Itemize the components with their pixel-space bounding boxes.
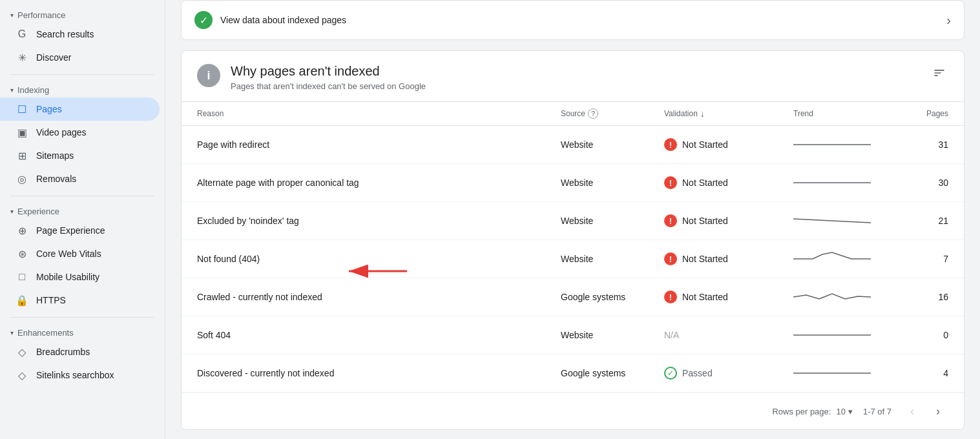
card-title: Why pages aren't indexed: [231, 64, 426, 79]
check-icon: ✓: [664, 367, 677, 380]
why-not-indexed-card: i Why pages aren't indexed Pages that ar…: [181, 50, 964, 430]
video-pages-icon: ▣: [16, 126, 28, 139]
pages-cell: 4: [897, 368, 948, 378]
chevron-icon-3: ▾: [10, 208, 14, 215]
reason-cell: Alternate page with proper canonical tag: [197, 178, 561, 188]
pagination-row: Rows per page: 10 ▾ 1-7 of 7 ‹ ›: [182, 393, 964, 429]
table-header: Reason Source ? Validation ↓ Trend Pages: [182, 102, 964, 126]
enhancements-section-header[interactable]: ▾ Enhancements: [0, 323, 165, 340]
table-row-wrapper: Not found (404)Website ! Not Started 7: [182, 240, 964, 278]
sidebar-item-search-results[interactable]: G Search results: [0, 23, 160, 46]
sidebar-item-sitelinks-searchbox[interactable]: ◇ Sitelinks searchbox: [0, 363, 160, 387]
source-cell: Google systems: [561, 368, 664, 378]
search-results-label: Search results: [36, 29, 94, 39]
reason-cell: Page with redirect: [197, 139, 561, 150]
divider-3: [10, 317, 154, 318]
card-subtitle: Pages that aren't indexed can't be serve…: [231, 81, 426, 91]
pages-cell: 21: [897, 216, 948, 226]
breadcrumbs-icon: ◇: [16, 345, 28, 358]
filter-icon[interactable]: [930, 64, 948, 85]
table-row[interactable]: Crawled - currently not indexedGoogle sy…: [182, 278, 964, 316]
mobile-usability-label: Mobile Usability: [36, 272, 99, 282]
trend-cell: [793, 325, 897, 345]
table-row[interactable]: Not found (404)Website ! Not Started 7: [182, 240, 964, 278]
validation-cell: ! Not Started: [664, 176, 793, 189]
pages-cell: 31: [897, 139, 948, 150]
source-cell: Website: [561, 330, 664, 340]
sort-icon: ↓: [700, 108, 705, 119]
sitelinks-searchbox-label: Sitelinks searchbox: [36, 370, 114, 380]
page-experience-icon: ⊕: [16, 224, 28, 237]
warning-icon: !: [664, 291, 677, 303]
sidebar-item-mobile-usability[interactable]: □ Mobile Usability: [0, 265, 160, 289]
pages-cell: 16: [897, 292, 948, 302]
reason-cell: Crawled - currently not indexed: [197, 292, 561, 302]
table-row-wrapper: Excluded by 'noindex' tagWebsite ! Not S…: [182, 202, 964, 240]
sidebar-item-breadcrumbs[interactable]: ◇ Breadcrumbs: [0, 340, 160, 363]
rows-per-page-select[interactable]: 10 ▾: [836, 407, 852, 416]
validation-label: Not Started: [682, 292, 728, 302]
performance-section-header[interactable]: ▾ Performance: [0, 5, 165, 23]
sidebar: ▾ Performance G Search results ✳ Discove…: [0, 0, 165, 439]
indexing-section-header[interactable]: ▾ Indexing: [0, 80, 165, 97]
source-cell: Website: [561, 139, 664, 150]
source-cell: Google systems: [561, 292, 664, 302]
table-row[interactable]: Alternate page with proper canonical tag…: [182, 164, 964, 202]
experience-section-header[interactable]: ▾ Experience: [0, 201, 165, 219]
info-icon: i: [197, 64, 220, 87]
trend-cell: [793, 173, 897, 192]
sidebar-item-video-pages[interactable]: ▣ Video pages: [0, 121, 160, 144]
breadcrumbs-label: Breadcrumbs: [36, 347, 90, 357]
sidebar-item-removals[interactable]: ◎ Removals: [0, 167, 160, 190]
table-row[interactable]: Excluded by 'noindex' tagWebsite ! Not S…: [182, 202, 964, 240]
enhancements-label: Enhancements: [17, 328, 74, 338]
top-card-left: ✓ View data about indexed pages: [194, 11, 346, 29]
next-page-button[interactable]: ›: [928, 401, 948, 422]
col-trend: Trend: [793, 108, 897, 119]
trend-cell: [793, 135, 897, 154]
sitemaps-label: Sitemaps: [36, 150, 74, 161]
removals-icon: ◎: [16, 172, 28, 185]
warning-icon: !: [664, 252, 677, 265]
card-header: i Why pages aren't indexed Pages that ar…: [182, 51, 964, 102]
indexed-pages-card[interactable]: ✓ View data about indexed pages ›: [181, 0, 964, 40]
validation-label: Passed: [682, 368, 713, 378]
source-help-icon[interactable]: ?: [588, 108, 598, 119]
dropdown-icon: ▾: [848, 407, 853, 416]
table-row[interactable]: Discovered - currently not indexedGoogle…: [182, 354, 964, 393]
pages-label: Pages: [36, 104, 62, 114]
col-validation[interactable]: Validation ↓: [664, 108, 793, 119]
sidebar-item-https[interactable]: 🔒 HTTPS: [0, 289, 160, 312]
sidebar-item-core-web-vitals[interactable]: ⊛ Core Web Vitals: [0, 242, 160, 265]
sidebar-item-sitemaps[interactable]: ⊞ Sitemaps: [0, 144, 160, 167]
performance-nav: G Search results ✳ Discover: [0, 23, 165, 69]
sitelinks-searchbox-icon: ◇: [16, 369, 28, 382]
prev-page-button[interactable]: ‹: [902, 401, 923, 422]
green-check-icon: ✓: [194, 11, 213, 29]
validation-label: Not Started: [682, 216, 728, 226]
removals-label: Removals: [36, 174, 76, 184]
https-label: HTTPS: [36, 295, 66, 305]
validation-label: Not Started: [682, 254, 728, 264]
validation-cell: ! Not Started: [664, 214, 793, 227]
sidebar-item-discover[interactable]: ✳ Discover: [0, 46, 160, 69]
experience-label: Experience: [17, 207, 59, 216]
reason-cell: Not found (404): [197, 254, 561, 264]
validation-cell: ✓ Passed: [664, 367, 793, 380]
table-row[interactable]: Page with redirectWebsite ! Not Started …: [182, 126, 964, 164]
table-row-wrapper: Alternate page with proper canonical tag…: [182, 164, 964, 202]
chevron-icon: ▾: [10, 12, 14, 19]
sidebar-item-page-experience[interactable]: ⊕ Page Experience: [0, 219, 160, 242]
sitemaps-icon: ⊞: [16, 149, 28, 162]
table-row[interactable]: Soft 404WebsiteN/A0: [182, 316, 964, 354]
main-content: ✓ View data about indexed pages › i Why …: [165, 0, 980, 439]
trend-cell: [793, 249, 897, 269]
table-row-wrapper: Crawled - currently not indexedGoogle sy…: [182, 278, 964, 316]
indexing-label: Indexing: [17, 85, 49, 95]
indexing-nav: ☐ Pages ▣ Video pages ⊞ Sitemaps ◎ Remov…: [0, 97, 165, 190]
trend-cell: [793, 211, 897, 230]
reason-cell: Soft 404: [197, 330, 561, 340]
trend-cell: [793, 363, 897, 383]
sidebar-item-pages[interactable]: ☐ Pages: [0, 97, 160, 121]
experience-nav: ⊕ Page Experience ⊛ Core Web Vitals □ Mo…: [0, 219, 165, 312]
